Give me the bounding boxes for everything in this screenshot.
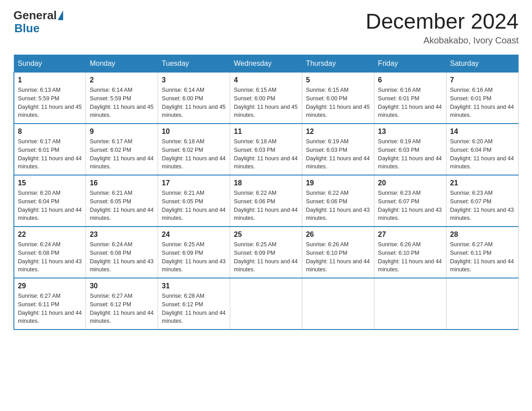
day-info: Sunrise: 6:27 AMSunset: 6:11 PMDaylight:… (450, 241, 514, 273)
day-info: Sunrise: 6:26 AMSunset: 6:10 PMDaylight:… (378, 241, 442, 273)
table-row (302, 278, 374, 330)
calendar-week-row: 29 Sunrise: 6:27 AMSunset: 6:11 PMDaylig… (14, 278, 519, 330)
table-row: 7 Sunrise: 6:16 AMSunset: 6:01 PMDayligh… (446, 73, 519, 124)
table-row: 10 Sunrise: 6:18 AMSunset: 6:02 PMDaylig… (158, 124, 230, 175)
calendar-week-row: 15 Sunrise: 6:20 AMSunset: 6:04 PMDaylig… (14, 175, 519, 227)
day-number: 1 (18, 76, 82, 84)
table-row: 17 Sunrise: 6:21 AMSunset: 6:05 PMDaylig… (158, 175, 230, 227)
day-info: Sunrise: 6:17 AMSunset: 6:02 PMDaylight:… (90, 138, 153, 170)
day-number: 29 (18, 282, 82, 290)
day-info: Sunrise: 6:16 AMSunset: 6:01 PMDaylight:… (450, 87, 514, 118)
table-row: 6 Sunrise: 6:16 AMSunset: 6:01 PMDayligh… (374, 73, 446, 124)
table-row (374, 278, 446, 330)
day-number: 12 (306, 128, 370, 136)
table-row: 1 Sunrise: 6:13 AMSunset: 5:59 PMDayligh… (14, 73, 86, 124)
calendar-table: Sunday Monday Tuesday Wednesday Thursday… (13, 55, 519, 330)
table-row: 18 Sunrise: 6:22 AMSunset: 6:06 PMDaylig… (230, 175, 302, 227)
table-row: 14 Sunrise: 6:20 AMSunset: 6:04 PMDaylig… (446, 124, 519, 175)
table-row: 2 Sunrise: 6:14 AMSunset: 5:59 PMDayligh… (86, 73, 158, 124)
header-tuesday: Tuesday (158, 55, 230, 73)
day-number: 11 (234, 128, 298, 136)
day-info: Sunrise: 6:27 AMSunset: 6:12 PMDaylight:… (90, 293, 153, 324)
day-info: Sunrise: 6:14 AMSunset: 6:00 PMDaylight:… (162, 87, 225, 118)
calendar-week-row: 22 Sunrise: 6:24 AMSunset: 6:08 PMDaylig… (14, 227, 519, 278)
header-saturday: Saturday (446, 55, 519, 73)
table-row: 11 Sunrise: 6:18 AMSunset: 6:03 PMDaylig… (230, 124, 302, 175)
header-wednesday: Wednesday (230, 55, 302, 73)
table-row: 23 Sunrise: 6:24 AMSunset: 6:08 PMDaylig… (86, 227, 158, 278)
day-info: Sunrise: 6:18 AMSunset: 6:03 PMDaylight:… (234, 138, 297, 170)
table-row: 20 Sunrise: 6:23 AMSunset: 6:07 PMDaylig… (374, 175, 446, 227)
day-number: 30 (90, 282, 154, 290)
day-number: 3 (162, 76, 226, 84)
day-number: 10 (162, 128, 226, 136)
day-number: 7 (450, 76, 515, 84)
logo-triangle-icon (58, 10, 63, 20)
table-row: 26 Sunrise: 6:26 AMSunset: 6:10 PMDaylig… (302, 227, 374, 278)
day-number: 2 (90, 76, 154, 84)
calendar-week-row: 1 Sunrise: 6:13 AMSunset: 5:59 PMDayligh… (14, 73, 519, 124)
day-number: 9 (90, 128, 154, 136)
table-row: 16 Sunrise: 6:21 AMSunset: 6:05 PMDaylig… (86, 175, 158, 227)
day-info: Sunrise: 6:19 AMSunset: 6:03 PMDaylight:… (306, 138, 369, 170)
day-number: 20 (378, 179, 442, 187)
table-row: 9 Sunrise: 6:17 AMSunset: 6:02 PMDayligh… (86, 124, 158, 175)
header-sunday: Sunday (14, 55, 86, 73)
day-number: 18 (234, 179, 298, 187)
day-info: Sunrise: 6:26 AMSunset: 6:10 PMDaylight:… (306, 241, 369, 273)
day-info: Sunrise: 6:14 AMSunset: 5:59 PMDaylight:… (90, 87, 153, 118)
day-info: Sunrise: 6:16 AMSunset: 6:01 PMDaylight:… (378, 87, 442, 118)
table-row: 21 Sunrise: 6:23 AMSunset: 6:07 PMDaylig… (446, 175, 519, 227)
calendar-week-row: 8 Sunrise: 6:17 AMSunset: 6:01 PMDayligh… (14, 124, 519, 175)
day-info: Sunrise: 6:13 AMSunset: 5:59 PMDaylight:… (18, 87, 82, 118)
table-row: 31 Sunrise: 6:28 AMSunset: 6:12 PMDaylig… (158, 278, 230, 330)
day-info: Sunrise: 6:18 AMSunset: 6:02 PMDaylight:… (162, 138, 225, 170)
day-number: 13 (378, 128, 442, 136)
day-info: Sunrise: 6:28 AMSunset: 6:12 PMDaylight:… (162, 293, 225, 324)
logo-text-blue: Blue (14, 22, 64, 35)
day-info: Sunrise: 6:20 AMSunset: 6:04 PMDaylight:… (450, 138, 514, 170)
day-number: 4 (234, 76, 298, 84)
table-row: 15 Sunrise: 6:20 AMSunset: 6:04 PMDaylig… (14, 175, 86, 227)
day-number: 8 (18, 128, 82, 136)
day-info: Sunrise: 6:25 AMSunset: 6:09 PMDaylight:… (162, 241, 225, 273)
day-info: Sunrise: 6:24 AMSunset: 6:08 PMDaylight:… (18, 241, 82, 273)
calendar-header-row: Sunday Monday Tuesday Wednesday Thursday… (14, 55, 519, 73)
day-info: Sunrise: 6:20 AMSunset: 6:04 PMDaylight:… (18, 190, 82, 221)
day-number: 17 (162, 179, 226, 187)
day-number: 14 (450, 128, 515, 136)
day-info: Sunrise: 6:21 AMSunset: 6:05 PMDaylight:… (162, 190, 225, 221)
day-number: 22 (18, 231, 82, 239)
table-row: 3 Sunrise: 6:14 AMSunset: 6:00 PMDayligh… (158, 73, 230, 124)
header-monday: Monday (86, 55, 158, 73)
day-number: 25 (234, 231, 298, 239)
day-number: 16 (90, 179, 154, 187)
day-number: 28 (450, 231, 515, 239)
table-row: 19 Sunrise: 6:22 AMSunset: 6:06 PMDaylig… (302, 175, 374, 227)
header-thursday: Thursday (302, 55, 374, 73)
table-row: 5 Sunrise: 6:15 AMSunset: 6:00 PMDayligh… (302, 73, 374, 124)
day-info: Sunrise: 6:15 AMSunset: 6:00 PMDaylight:… (306, 87, 369, 118)
table-row: 25 Sunrise: 6:25 AMSunset: 6:09 PMDaylig… (230, 227, 302, 278)
table-row: 13 Sunrise: 6:19 AMSunset: 6:03 PMDaylig… (374, 124, 446, 175)
page-header: General Blue December 2024 Akobakabo, Iv… (13, 9, 519, 46)
table-row: 29 Sunrise: 6:27 AMSunset: 6:11 PMDaylig… (14, 278, 86, 330)
table-row: 12 Sunrise: 6:19 AMSunset: 6:03 PMDaylig… (302, 124, 374, 175)
day-info: Sunrise: 6:19 AMSunset: 6:03 PMDaylight:… (378, 138, 442, 170)
day-info: Sunrise: 6:22 AMSunset: 6:06 PMDaylight:… (234, 190, 297, 221)
day-number: 24 (162, 231, 226, 239)
day-info: Sunrise: 6:25 AMSunset: 6:09 PMDaylight:… (234, 241, 297, 273)
day-number: 19 (306, 179, 370, 187)
day-info: Sunrise: 6:24 AMSunset: 6:08 PMDaylight:… (90, 241, 153, 273)
day-info: Sunrise: 6:23 AMSunset: 6:07 PMDaylight:… (378, 190, 442, 221)
day-number: 26 (306, 231, 370, 239)
day-info: Sunrise: 6:22 AMSunset: 6:06 PMDaylight:… (306, 190, 369, 221)
day-info: Sunrise: 6:15 AMSunset: 6:00 PMDaylight:… (234, 87, 297, 118)
day-number: 5 (306, 76, 370, 84)
day-number: 15 (18, 179, 82, 187)
table-row: 22 Sunrise: 6:24 AMSunset: 6:08 PMDaylig… (14, 227, 86, 278)
table-row: 24 Sunrise: 6:25 AMSunset: 6:09 PMDaylig… (158, 227, 230, 278)
location-subtitle: Akobakabo, Ivory Coast (365, 35, 519, 46)
table-row: 28 Sunrise: 6:27 AMSunset: 6:11 PMDaylig… (446, 227, 519, 278)
table-row (230, 278, 302, 330)
